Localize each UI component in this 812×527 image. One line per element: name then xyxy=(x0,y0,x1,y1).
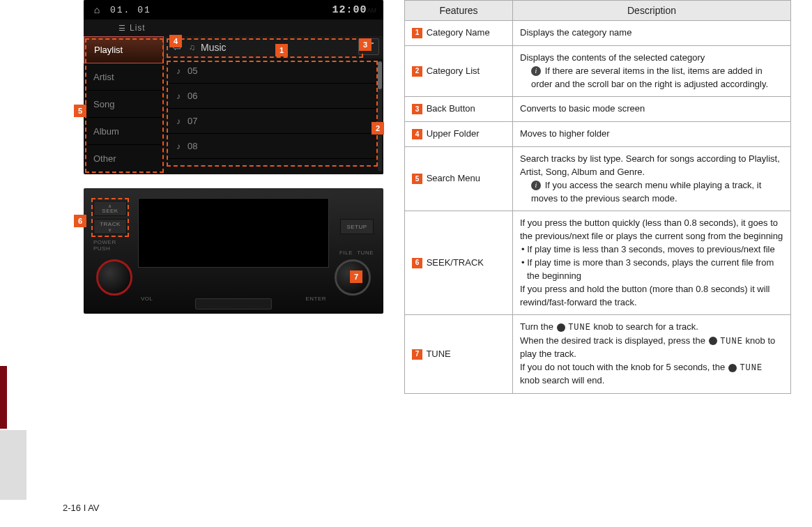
page-footer: 2-16 I AV xyxy=(63,503,100,513)
menu-song[interactable]: Song xyxy=(84,91,164,118)
time-display: 12:00AM xyxy=(332,4,376,16)
features-table: Features Description 1 Category Name Dis… xyxy=(404,0,791,394)
menu-artist[interactable]: Artist xyxy=(84,63,164,91)
callout-7: 7 xyxy=(350,270,362,283)
hw-vol-knob[interactable] xyxy=(96,259,132,296)
hw-file-label: FILE xyxy=(339,250,353,256)
side-red-tab xyxy=(0,366,7,429)
table-row: 1 Category Name Displays the category na… xyxy=(405,21,791,46)
th-description: Description xyxy=(513,1,791,21)
callout-6: 6 xyxy=(74,215,86,227)
hw-track-button[interactable]: TRACK∨ xyxy=(93,219,127,234)
th-features: Features xyxy=(405,1,513,21)
list-label: List xyxy=(130,23,146,33)
hardware-panel-screenshot: ∧SEEK TRACK∨ SETUP POWER PUSH FILE TUNE … xyxy=(84,188,383,314)
side-grey-tab xyxy=(0,430,26,500)
table-row: 7 TUNE Turn the TUNE knob to search for … xyxy=(405,315,791,394)
list-screen-screenshot: ⌂ 01. 01 12:00AM ☰ List Playlist Artist … xyxy=(84,0,383,174)
music-note-icon: ♫ xyxy=(189,43,195,52)
hw-tune-label: TUNE xyxy=(357,250,374,256)
track-item[interactable]: ♪06 xyxy=(164,84,383,109)
home-icon: ⌂ xyxy=(91,3,103,16)
menu-album[interactable]: Album xyxy=(84,118,164,145)
callout-3: 3 xyxy=(359,38,371,51)
callout-1: 1 xyxy=(275,44,288,56)
table-row: 5 Search Menu Search tracks by list type… xyxy=(405,147,791,211)
track-item[interactable]: ♪05 xyxy=(164,59,383,84)
hw-display xyxy=(138,198,329,268)
hw-seek-button[interactable]: ∧SEEK xyxy=(93,201,127,216)
category-header: ⏎ ♫ Music xyxy=(164,36,383,59)
category-name: Music xyxy=(201,42,227,53)
table-row: 6 SEEK/TRACK If you press the button qui… xyxy=(405,211,791,315)
menu-playlist[interactable]: Playlist xyxy=(84,36,164,63)
menu-other[interactable]: Other xyxy=(84,145,164,172)
date-display: 01. 01 xyxy=(110,5,325,15)
hw-slot xyxy=(195,298,272,310)
table-row: 4 Upper Folder Moves to higher folder xyxy=(405,122,791,147)
track-item[interactable]: ♪08 xyxy=(164,134,383,159)
list-icon: ☰ xyxy=(118,24,125,33)
hw-vol-label: VOL xyxy=(141,296,153,302)
table-row: 2 Category List Displays the contents of… xyxy=(405,45,791,97)
search-menu: Playlist Artist Song Album Other xyxy=(84,36,164,174)
track-item[interactable]: ♪07 xyxy=(164,109,383,134)
hw-setup-button[interactable]: SETUP xyxy=(340,219,374,234)
knob-icon xyxy=(728,364,737,372)
scrollbar[interactable] xyxy=(378,61,382,171)
knob-icon xyxy=(709,337,717,345)
hw-enter-label: ENTER xyxy=(305,296,326,302)
callout-5: 5 xyxy=(74,105,86,117)
knob-icon xyxy=(557,323,565,332)
hw-power-label: POWER PUSH xyxy=(93,240,127,252)
callout-2: 2 xyxy=(371,122,384,135)
callout-4: 4 xyxy=(169,35,182,47)
table-row: 3 Back Button Converts to basic mode scr… xyxy=(405,97,791,122)
